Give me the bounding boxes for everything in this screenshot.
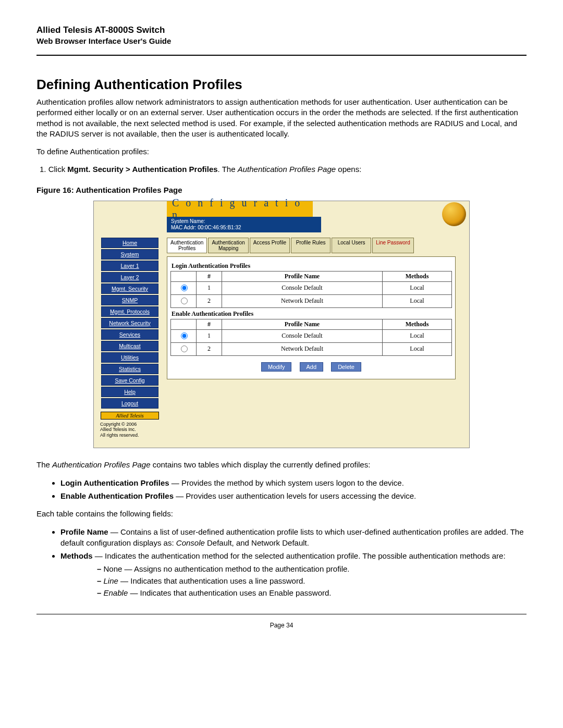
row-method: Local — [383, 342, 452, 355]
sidebar-item-utilities[interactable]: Utilities — [101, 352, 158, 363]
tab-5[interactable]: Line Password — [372, 238, 414, 253]
page-number: Page 34 — [36, 622, 527, 629]
intro-paragraph: Authentication profiles allow network ad… — [36, 97, 527, 139]
row-method: Local — [383, 329, 452, 342]
sidebar-item-help[interactable]: Help — [101, 387, 158, 397]
list-item: Login Authentication Profiles — Provides… — [60, 477, 527, 488]
sidebar-item-services[interactable]: Services — [101, 329, 158, 340]
row-select-radio[interactable] — [181, 346, 188, 352]
figure-caption: Figure 16: Authentication Profiles Page — [36, 186, 527, 194]
col-profile-name: Profile Name — [222, 271, 383, 281]
col-profile-name: Profile Name — [222, 319, 383, 329]
header-rule — [36, 55, 527, 56]
sidebar-item-save-config[interactable]: Save Config — [101, 375, 158, 386]
list-item: Line — Indicates that authentication use… — [97, 575, 527, 586]
sidebar-item-system[interactable]: System — [101, 249, 158, 260]
table-row: 1Console DefaultLocal — [171, 329, 452, 342]
tab-3[interactable]: Profile Rules — [291, 238, 331, 253]
sidebar-item-network-security[interactable]: Network Security — [101, 318, 158, 328]
step-1-path: Mgmt. Security > Authentication Profiles — [67, 165, 217, 174]
step-1-suffix: opens: — [336, 165, 361, 174]
row-number: 2 — [197, 294, 222, 307]
list-item: None — Assigns no authentication method … — [97, 563, 527, 574]
doc-title: Allied Telesis AT-8000S Switch — [36, 25, 527, 35]
login-profiles-table: # Profile Name Methods 1Console DefaultL… — [170, 271, 452, 308]
mac-address: MAC Addr: 00:0C:46:95:B1:32 — [171, 225, 317, 231]
tab-4[interactable]: Local Users — [332, 238, 371, 253]
sidebar-item-snmp[interactable]: SNMP — [101, 295, 158, 305]
tab-0[interactable]: AuthenticationProfiles — [167, 238, 207, 253]
list-item: Enable Authentication Profiles — Provide… — [60, 490, 527, 501]
profiles-panel: Login Authentication Profiles # Profile … — [167, 256, 456, 379]
sidebar-item-multicast[interactable]: Multicast — [101, 341, 158, 351]
sidebar-item-home[interactable]: Home — [101, 238, 158, 248]
list-item: Profile Name — Contains a list of user-d… — [60, 526, 527, 548]
profiles-summary-list: Login Authentication Profiles — Provides… — [36, 477, 527, 501]
sidebar-item-layer2[interactable]: Layer 2 — [101, 272, 158, 282]
copyright-text: Copyright © 2006Allied Telesis Inc.All r… — [100, 422, 161, 438]
row-profile-name: Console Default — [222, 329, 383, 342]
row-number: 1 — [197, 329, 222, 342]
sidebar-item-mgmt-protocols[interactable]: Mgmt. Protocols — [101, 306, 158, 317]
globe-icon — [442, 202, 466, 226]
step-1-prefix: 1. Click — [40, 165, 67, 174]
brand-logo: Allied Telesis — [101, 412, 159, 419]
row-select-radio[interactable] — [181, 285, 188, 291]
step-1: 1. Click Mgmt. Security > Authentication… — [36, 164, 527, 175]
methods-sublist: None — Assigns no authentication method … — [60, 563, 527, 598]
doc-subtitle: Web Browser Interface User's Guide — [36, 36, 527, 45]
footer-rule — [36, 614, 527, 614]
tab-1[interactable]: AuthenticationMapping — [208, 238, 248, 253]
list-item: Enable — Indicates that authentication u… — [97, 587, 527, 598]
sidebar-item-mgmt-security[interactable]: Mgmt. Security — [101, 283, 158, 294]
row-number: 2 — [197, 342, 222, 355]
fields-list: Profile Name — Contains a list of user-d… — [36, 526, 527, 598]
enable-profiles-table: # Profile Name Methods 1Console DefaultL… — [170, 319, 452, 356]
tab-2[interactable]: Access Profile — [250, 238, 290, 253]
sidebar-item-layer1[interactable]: Layer 1 — [101, 261, 158, 271]
delete-button[interactable]: Delete — [331, 362, 361, 372]
table-row: 2Network DefaultLocal — [171, 342, 452, 355]
row-select-radio[interactable] — [181, 332, 188, 339]
col-number: # — [197, 319, 222, 329]
configuration-banner: C o n f i g u r a t i o n — [167, 201, 313, 217]
row-profile-name: Network Default — [222, 342, 383, 355]
content-area: AuthenticationProfilesAuthenticationMapp… — [161, 238, 464, 438]
row-method: Local — [383, 294, 452, 307]
login-profiles-title: Login Authentication Profiles — [172, 262, 452, 270]
sidebar-item-statistics[interactable]: Statistics — [101, 364, 158, 374]
row-profile-name: Console Default — [222, 281, 383, 294]
row-method: Local — [383, 281, 452, 294]
after-figure-paragraph: The Authentication Profiles Page contain… — [36, 460, 527, 470]
sidebar-item-logout[interactable]: Logout — [101, 398, 158, 409]
step-1-page-name: Authentication Profiles Page — [238, 165, 336, 174]
modify-button[interactable]: Modify — [261, 362, 291, 372]
col-methods: Methods — [383, 271, 452, 281]
row-profile-name: Network Default — [222, 294, 383, 307]
add-button[interactable]: Add — [300, 362, 324, 372]
sidebar-nav: Home System Layer 1 Layer 2 Mgmt. Securi… — [99, 238, 161, 438]
list-item: Methods — Indicates the authentication m… — [60, 550, 527, 598]
row-select-radio[interactable] — [181, 298, 188, 304]
step-1-mid: . The — [218, 165, 238, 174]
tab-bar: AuthenticationProfilesAuthenticationMapp… — [167, 238, 464, 253]
fields-lead: Each table contains the following fields… — [36, 509, 527, 519]
col-methods: Methods — [383, 319, 452, 329]
table-row: 2Network DefaultLocal — [171, 294, 452, 307]
col-number: # — [197, 271, 222, 281]
row-number: 1 — [197, 281, 222, 294]
ui-screenshot: C o n f i g u r a t i o n System Name: M… — [93, 201, 470, 448]
section-heading: Defining Authentication Profiles — [36, 77, 527, 93]
enable-profiles-title: Enable Authentication Profiles — [172, 310, 452, 318]
table-row: 1Console DefaultLocal — [171, 281, 452, 294]
procedure-lead: To define Authentication profiles: — [36, 146, 527, 157]
